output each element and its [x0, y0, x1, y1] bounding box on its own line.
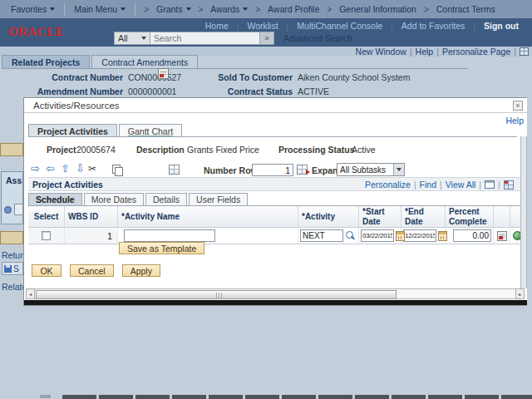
link-separator: |	[498, 180, 500, 190]
move-up-icon[interactable]: ⇧	[61, 163, 70, 174]
end-date-input[interactable]	[403, 229, 436, 242]
breadcrumb-award-profile[interactable]: Award Profile	[268, 4, 319, 14]
new-window-link[interactable]: New Window	[352, 47, 410, 57]
percent-complete-input[interactable]	[453, 229, 491, 242]
breadcrumb-grants[interactable]: Grants	[156, 4, 191, 14]
wbs-id-cell: 1	[65, 228, 118, 244]
tab-user-fields[interactable]: User Fields	[189, 193, 248, 205]
personalize-page-link[interactable]: Personalize Page	[439, 47, 514, 57]
chevron-down-icon	[141, 37, 146, 40]
end-date-cell	[401, 228, 446, 244]
horizontal-scroll-track[interactable]	[35, 288, 515, 299]
search-input[interactable]	[150, 32, 260, 45]
breadcrumb-award-profile-label: Award Profile	[268, 4, 319, 14]
copy-icon[interactable]	[112, 165, 122, 175]
start-date-cell	[359, 228, 401, 244]
dialog-action-buttons: OK Cancel Apply	[32, 264, 160, 277]
personalize-layout-icon[interactable]	[520, 47, 529, 56]
personalize-link[interactable]: Personalize	[365, 180, 411, 190]
move-right-icon[interactable]: ⇨	[31, 163, 40, 174]
advanced-search-link[interactable]: Advanced Search	[283, 33, 352, 43]
paste-rows-icon[interactable]	[169, 165, 180, 175]
hidden-input-fragment[interactable]	[14, 204, 23, 215]
help-link[interactable]: Help	[412, 47, 437, 57]
bottom-strip-segments	[62, 395, 532, 399]
tab-gantt-chart[interactable]: Gantt Chart	[119, 124, 182, 137]
close-icon[interactable]: ×	[513, 101, 523, 111]
activity-lookup-icon[interactable]	[346, 231, 355, 241]
breadcrumb-separator: >	[255, 5, 260, 14]
zoom-grid-icon[interactable]	[485, 180, 495, 189]
start-date-calendar-icon[interactable]	[396, 231, 405, 241]
tab-more-dates[interactable]: More Dates	[84, 193, 144, 205]
return-link-fragment[interactable]: Retur	[2, 250, 23, 260]
hidden-assign-panel-fragment: Ass	[1, 171, 23, 224]
breadcrumb-favorites[interactable]: Favorites	[11, 4, 55, 14]
expand-select[interactable]: All Subtasks	[337, 163, 405, 176]
save-button-fragment[interactable]: S	[2, 262, 23, 275]
start-date-input[interactable]	[361, 229, 394, 242]
activity-input[interactable]	[300, 229, 343, 242]
table-row: 1	[28, 228, 527, 244]
percent-line2: Complete	[449, 217, 490, 227]
project-label: Project	[47, 145, 76, 155]
search-bar: All » Advanced Search	[114, 32, 352, 45]
tab-schedule[interactable]: Schedule	[28, 193, 82, 205]
home-link[interactable]: Home	[197, 21, 237, 31]
dialog-title: Activities/Resources	[24, 98, 527, 113]
header-links: Home | Worklist | MultiChannel Console |…	[197, 20, 527, 32]
column-header-end-date: *End Date	[401, 206, 446, 227]
row-select-checkbox[interactable]	[42, 231, 51, 240]
find-link[interactable]: Find	[420, 180, 436, 190]
insert-rows-icon[interactable]	[297, 165, 308, 175]
cancel-button[interactable]: Cancel	[70, 264, 114, 277]
radio-button[interactable]	[4, 206, 12, 214]
move-left-icon[interactable]: ⇦	[46, 163, 55, 174]
download-grid-icon[interactable]	[504, 180, 514, 190]
search-go-button[interactable]: »	[260, 32, 274, 45]
search-scope-dropdown[interactable]: All	[114, 32, 150, 45]
page-tabs: Related Projects Contract Amendments	[2, 55, 200, 69]
activity-notes-icon[interactable]	[497, 231, 507, 241]
contract-number-value: CON0006527	[128, 72, 181, 82]
sign-out-link[interactable]: Sign out	[475, 21, 527, 31]
breadcrumb-contract-terms[interactable]: Contract Terms	[436, 4, 495, 14]
dialog-help-link[interactable]: Help	[505, 116, 524, 126]
add-to-favorites-link[interactable]: Add to Favorites	[393, 21, 473, 31]
tab-contract-amendments[interactable]: Contract Amendments	[91, 55, 198, 69]
activity-name-input[interactable]	[124, 229, 215, 242]
insert-arrow-mark	[306, 170, 310, 175]
notes-icon[interactable]	[158, 68, 169, 79]
breadcrumb-main-menu[interactable]: Main Menu	[74, 4, 126, 14]
column-header-activity-name: *Activity Name	[118, 206, 298, 227]
hidden-button-fragment[interactable]	[0, 143, 23, 156]
amendment-number-value: 0000000001	[128, 86, 176, 96]
multichannel-console-link[interactable]: MultiChannel Console	[288, 21, 391, 31]
link-separator: |	[479, 180, 481, 190]
hidden-button-fragment[interactable]	[0, 231, 23, 244]
tab-project-activities[interactable]: Project Activities	[28, 124, 117, 137]
vertical-scrollbar[interactable]	[520, 136, 527, 288]
move-down-icon[interactable]: ⇩	[76, 163, 85, 174]
ok-button[interactable]: OK	[32, 264, 62, 277]
breadcrumb-general-information[interactable]: General Information	[339, 4, 416, 14]
breadcrumb-awards[interactable]: Awards	[210, 4, 248, 14]
breadcrumb-awards-label: Awards	[210, 4, 239, 14]
tab-details[interactable]: Details	[145, 193, 187, 205]
column-header-percent-complete: Percent Complete	[446, 206, 494, 227]
scroll-left-icon[interactable]: ◂	[26, 288, 35, 299]
cut-icon[interactable]: ✂	[88, 163, 96, 175]
breadcrumb-favorites-label: Favorites	[11, 4, 47, 14]
worklist-link[interactable]: Worklist	[239, 21, 286, 31]
grid-header-row: Select WBS ID *Activity Name *Activity *…	[28, 206, 527, 228]
tab-related-projects[interactable]: Related Projects	[2, 55, 90, 69]
end-date-calendar-icon[interactable]	[438, 231, 447, 241]
horizontal-scroll-thumb[interactable]	[36, 290, 397, 299]
horizontal-scrollbar[interactable]: ◂ ▸	[26, 288, 525, 299]
save-as-template-button[interactable]: Save as Template	[119, 242, 204, 254]
grid-tabs: Schedule More Dates Details User Fields	[28, 193, 249, 205]
apply-button[interactable]: Apply	[122, 264, 160, 277]
view-all-link[interactable]: View All	[446, 180, 476, 190]
number-rows-input[interactable]	[252, 164, 293, 176]
column-header-activity: *Activity	[298, 206, 359, 227]
